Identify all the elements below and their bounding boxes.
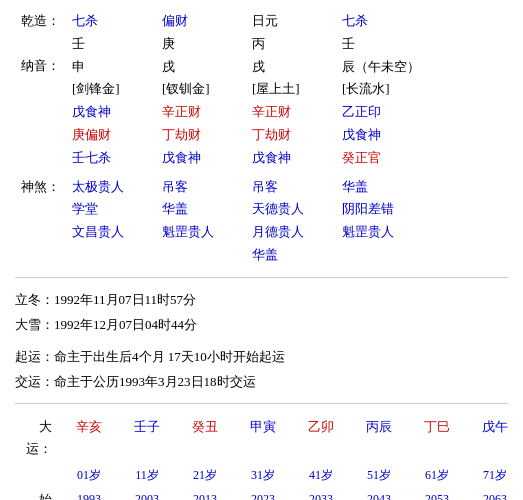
- ss-r3c4: 魁罡贵人: [336, 221, 426, 244]
- qian-zao-row7: 壬七杀 戊食神 戊食神 癸正官: [15, 147, 426, 170]
- divider2: [15, 403, 508, 404]
- ss-r1c4: 华盖: [336, 176, 426, 199]
- ss-r4c2: [156, 244, 246, 267]
- ss-label: 神煞：: [15, 176, 66, 199]
- qz-r1c4: 七杀: [336, 10, 426, 33]
- qz-r6-pad: [15, 124, 66, 147]
- dy-year-2: 2013: [176, 487, 234, 500]
- dy-year-4: 2033: [292, 487, 350, 500]
- ss-row4: 华盖: [15, 244, 426, 267]
- ss-r4c3: 华盖: [246, 244, 336, 267]
- ss-row1: 神煞： 太极贵人 吊客 吊客 华盖: [15, 176, 426, 199]
- dy-gan-6: 丁巳: [408, 414, 466, 462]
- qian-zao-row3: 纳音： 申 戌 戌 辰（午未空）: [15, 56, 426, 79]
- qian-zao-section: 乾造： 七杀 偏财 日元 七杀 壬 庚 丙 壬 纳音： 申 戌 戌 辰（午未空）…: [15, 10, 508, 170]
- shen-sha-table: 神煞： 太极贵人 吊客 吊客 华盖 学堂 华盖 天德贵人 阴阳差错 文昌贵人 魁…: [15, 176, 426, 267]
- dy-year-3: 2023: [234, 487, 292, 500]
- dy-gan-2: 癸丑: [176, 414, 234, 462]
- ss-r4c1: [66, 244, 156, 267]
- dy-age-4: 41岁: [292, 463, 350, 487]
- dy-age-5: 51岁: [350, 463, 408, 487]
- qz-r4c2: [钗钏金]: [156, 78, 246, 101]
- daxue-line: 大雪：1992年12月07日04时44分: [15, 313, 508, 336]
- divider1: [15, 277, 508, 278]
- qian-zao-table: 乾造： 七杀 偏财 日元 七杀 壬 庚 丙 壬 纳音： 申 戌 戌 辰（午未空）…: [15, 10, 426, 170]
- dy-shi-label: 始于：: [15, 487, 60, 500]
- ss-r1c3: 吊客: [246, 176, 336, 199]
- dy-age-pad: [15, 463, 60, 487]
- qz-r4c1: [剑锋金]: [66, 78, 156, 101]
- qz-r5c2: 辛正财: [156, 101, 246, 124]
- qz-r7-pad: [15, 147, 66, 170]
- dy-age-2: 21岁: [176, 463, 234, 487]
- qz-r7c4: 癸正官: [336, 147, 426, 170]
- ss-r3-pad: [15, 221, 66, 244]
- dayun-age-row: 01岁 11岁 21岁 31岁 41岁 51岁 61岁 71岁: [15, 463, 523, 487]
- qian-zao-row6: 庚偏财 丁劫财 丁劫财 戊食神: [15, 124, 426, 147]
- qz-r5-pad: [15, 101, 66, 124]
- dy-year-6: 2053: [408, 487, 466, 500]
- qz-r3c3: 戌: [246, 56, 336, 79]
- ss-row3: 文昌贵人 魁罡贵人 月德贵人 魁罡贵人: [15, 221, 426, 244]
- dy-gan-4: 乙卯: [292, 414, 350, 462]
- ss-r1c1: 太极贵人: [66, 176, 156, 199]
- ss-r2c3: 天德贵人: [246, 198, 336, 221]
- qian-zao-label: 乾造：: [15, 10, 66, 33]
- qz-r2c4: 壬: [336, 33, 426, 56]
- qz-r3c2: 戌: [156, 56, 246, 79]
- ss-r2-pad: [15, 198, 66, 221]
- qz-r2c1: 壬: [66, 33, 156, 56]
- ss-r3c1: 文昌贵人: [66, 221, 156, 244]
- shen-sha-section: 神煞： 太极贵人 吊客 吊客 华盖 学堂 华盖 天德贵人 阴阳差错 文昌贵人 魁…: [15, 176, 508, 267]
- qz-r2c2: 庚: [156, 33, 246, 56]
- ss-row2: 学堂 华盖 天德贵人 阴阳差错: [15, 198, 426, 221]
- dayun-section: 大运： 辛亥 壬子 癸丑 甲寅 乙卯 丙辰 丁巳 戊午 01岁 11岁 21岁 …: [15, 414, 508, 500]
- ss-r2c4: 阴阳差错: [336, 198, 426, 221]
- ss-r4c4: [336, 244, 426, 267]
- qiyun-line: 起运：命主于出生后4个月 17天10小时开始起运: [15, 345, 508, 368]
- dy-year-7: 2063: [466, 487, 523, 500]
- qz-r6c1: 庚偏财: [66, 124, 156, 147]
- qz-r1c2: 偏财: [156, 10, 246, 33]
- qz-r4-pad: [15, 78, 66, 101]
- dayun-year-row: 始于： 1993 2003 2013 2023 2033 2043 2053 2…: [15, 487, 523, 500]
- nayin-label: 纳音：: [15, 56, 66, 79]
- ss-r2c1: 学堂: [66, 198, 156, 221]
- qian-zao-row1: 乾造： 七杀 偏财 日元 七杀: [15, 10, 426, 33]
- qz-r5c4: 乙正印: [336, 101, 426, 124]
- yun-info-section: 起运：命主于出生后4个月 17天10小时开始起运 交运：命主于公历1993年3月…: [15, 345, 508, 394]
- qz-r6c3: 丁劫财: [246, 124, 336, 147]
- dayun-label: 大运：: [15, 414, 60, 462]
- qz-r7c2: 戊食神: [156, 147, 246, 170]
- dy-gan-0: 辛亥: [60, 414, 118, 462]
- qz-r2c3: 丙: [246, 33, 336, 56]
- dayun-header-row: 大运： 辛亥 壬子 癸丑 甲寅 乙卯 丙辰 丁巳 戊午: [15, 414, 523, 462]
- dy-year-1: 2003: [118, 487, 176, 500]
- ss-r3c3: 月德贵人: [246, 221, 336, 244]
- qian-zao-row5: 戊食神 辛正财 辛正财 乙正印: [15, 101, 426, 124]
- dy-age-0: 01岁: [60, 463, 118, 487]
- qz-r2-pad: [15, 33, 66, 56]
- qz-r4c3: [屋上土]: [246, 78, 336, 101]
- ss-r3c2: 魁罡贵人: [156, 221, 246, 244]
- dy-gan-1: 壬子: [118, 414, 176, 462]
- qz-r4c4: [长流水]: [336, 78, 426, 101]
- qz-r7c3: 戊食神: [246, 147, 336, 170]
- dy-age-1: 11岁: [118, 463, 176, 487]
- qz-r3c1: 申: [66, 56, 156, 79]
- qian-zao-row4: [剑锋金] [钗钏金] [屋上土] [长流水]: [15, 78, 426, 101]
- dy-year-0: 1993: [60, 487, 118, 500]
- qz-r1c1: 七杀: [66, 10, 156, 33]
- qz-r6c2: 丁劫财: [156, 124, 246, 147]
- dy-gan-7: 戊午: [466, 414, 523, 462]
- ss-r1c2: 吊客: [156, 176, 246, 199]
- dy-gan-3: 甲寅: [234, 414, 292, 462]
- dy-year-5: 2043: [350, 487, 408, 500]
- qian-zao-row2: 壬 庚 丙 壬: [15, 33, 426, 56]
- lidong-line: 立冬：1992年11月07日11时57分: [15, 288, 508, 311]
- qz-r1c3: 日元: [246, 10, 336, 33]
- qz-r7c1: 壬七杀: [66, 147, 156, 170]
- dy-age-7: 71岁: [466, 463, 523, 487]
- ss-r2c2: 华盖: [156, 198, 246, 221]
- dy-gan-5: 丙辰: [350, 414, 408, 462]
